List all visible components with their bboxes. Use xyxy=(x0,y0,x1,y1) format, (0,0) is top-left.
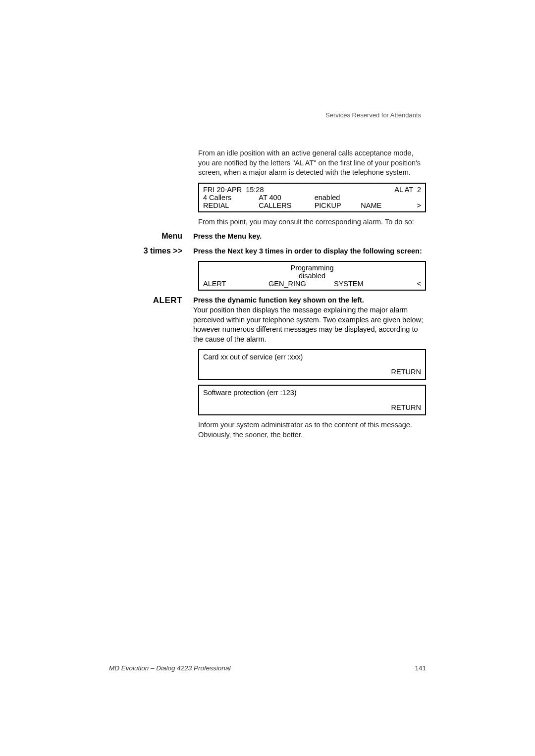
screen1-softkey-name: NAME xyxy=(361,202,407,209)
screen2-row3: ALERT GEN_RING SYSTEM < xyxy=(203,280,421,288)
screen1-row3: REDIAL CALLERS PICKUP NAME > xyxy=(203,202,421,209)
alert-key-label: ALERT xyxy=(109,296,193,344)
screen2-softkey-genring: GEN_RING xyxy=(268,280,334,288)
footer-product: MD Evolution – Dialog 4223 Professional xyxy=(109,664,230,672)
menu-instruction: Press the Menu key. xyxy=(193,232,426,242)
screen2-row1: Programming xyxy=(203,264,421,272)
alert-instruction-body: Press the dynamic function key shown on … xyxy=(193,296,426,344)
next-key-label: 3 times >> xyxy=(109,247,193,256)
consult-paragraph: From this point, you may consult the cor… xyxy=(198,217,426,227)
screen1-callers: 4 Callers xyxy=(203,194,259,202)
phone-screen-4: Software protection (err :123) RETURN xyxy=(198,385,426,415)
main-content: From an idle position with an active gen… xyxy=(109,149,426,445)
screen2-status: disabled xyxy=(203,272,421,280)
screen4-return: RETURN xyxy=(203,403,421,411)
screen3-message: Card xx out of service (err :xxx) xyxy=(203,353,421,361)
screen1-row1: FRI 20-APR 15:28 AL AT 2 xyxy=(203,186,421,194)
screen1-softkey-callers: CALLERS xyxy=(259,202,314,209)
page-footer: MD Evolution – Dialog 4223 Professional … xyxy=(109,664,426,672)
screen1-ext: AT 400 xyxy=(259,194,314,202)
page-section-header: Services Reserved for Attendants xyxy=(325,111,421,119)
screen2-row2: disabled xyxy=(203,272,421,280)
intro-paragraph: From an idle position with an active gen… xyxy=(198,149,426,178)
closing-paragraph: Inform your system administrator as to t… xyxy=(198,420,426,440)
screen1-row2: 4 Callers AT 400 enabled xyxy=(203,194,421,202)
phone-screen-3: Card xx out of service (err :xxx) RETURN xyxy=(198,349,426,380)
screen1-softkey-redial: REDIAL xyxy=(203,202,259,209)
screen3-return: RETURN xyxy=(203,368,421,376)
phone-screen-1: FRI 20-APR 15:28 AL AT 2 4 Callers AT 40… xyxy=(198,183,426,212)
screen1-datetime: FRI 20-APR 15:28 xyxy=(203,186,312,194)
phone-screen-2: Programming disabled ALERT GEN_RING SYST… xyxy=(198,261,426,291)
menu-key-label: Menu xyxy=(109,232,193,242)
section-title: Services Reserved for Attendants xyxy=(325,111,421,119)
screen1-alarm-indicator: AL AT 2 xyxy=(312,186,421,194)
footer-page-number: 141 xyxy=(415,664,426,672)
step-next: 3 times >> Press the Next key 3 times in… xyxy=(109,247,426,256)
screen2-softkey-system: SYSTEM xyxy=(334,280,405,288)
screen1-status: enabled xyxy=(315,194,361,202)
step-alert: ALERT Press the dynamic function key sho… xyxy=(109,296,426,344)
screen2-softkey-alert: ALERT xyxy=(203,280,268,288)
alert-instruction-bold: Press the dynamic function key shown on … xyxy=(193,296,364,304)
screen1-softkey-pickup: PICKUP xyxy=(315,202,361,209)
screen4-message: Software protection (err :123) xyxy=(203,389,421,397)
screen2-title: Programming xyxy=(203,264,421,272)
alert-instruction-text: Your position then displays the message … xyxy=(193,306,423,343)
screen1-next-arrow: > xyxy=(407,202,421,209)
screen2-prev-arrow: < xyxy=(405,280,421,288)
next-instruction: Press the Next key 3 times in order to d… xyxy=(193,247,426,256)
step-menu: Menu Press the Menu key. xyxy=(109,232,426,242)
